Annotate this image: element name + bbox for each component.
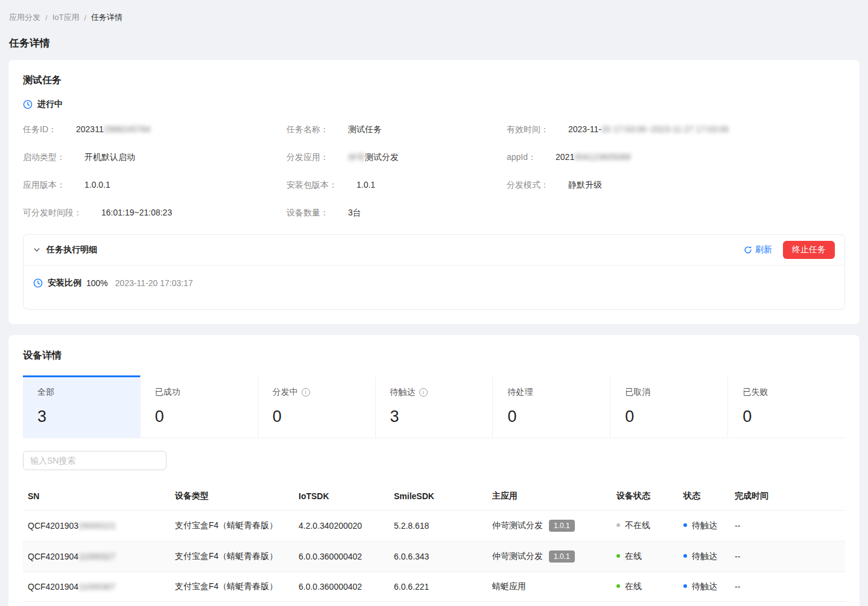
field-device-count: 设备数量： 3台 bbox=[287, 208, 507, 218]
cell-main-app: 仲苛测试分发1.0.1 bbox=[487, 541, 612, 572]
status-dot bbox=[616, 554, 620, 558]
cell-sn: QCF420190411000327 bbox=[23, 541, 170, 572]
tab-failed[interactable]: 已失败 0 bbox=[728, 375, 845, 438]
cell-finish-time: -- bbox=[730, 541, 845, 572]
install-ratio-value: 100% bbox=[86, 278, 108, 288]
breadcrumb: 应用分发 / IoT应用 / 任务详情 bbox=[8, 12, 860, 23]
tab-cancelled-count: 0 bbox=[625, 407, 713, 426]
tab-succeeded-count: 0 bbox=[155, 407, 243, 426]
table-row[interactable]: QCF420190411000327 支付宝盒F4（蜻蜓青春版） 6.0.0.3… bbox=[23, 541, 845, 572]
cell-status: 待触达 bbox=[679, 541, 730, 572]
col-header-finish-time: 完成时间 bbox=[730, 482, 845, 511]
field-dist-mode: 分发模式： 静默升级 bbox=[507, 180, 845, 191]
col-header-iotsdk: IoTSDK bbox=[294, 482, 389, 511]
breadcrumb-separator: / bbox=[84, 13, 86, 22]
cell-device-status: 在线 bbox=[612, 572, 679, 602]
task-title: 测试任务 bbox=[23, 74, 845, 87]
redacted-text: 29000221 bbox=[78, 521, 116, 531]
refresh-button[interactable]: 刷新 bbox=[744, 244, 772, 255]
exec-detail-body: 安装比例 100% 2023-11-20 17:03:17 bbox=[24, 266, 844, 309]
app-version-badge: 1.0.1 bbox=[549, 520, 575, 532]
cell-iotsdk: 6.0.0.360000402 bbox=[294, 572, 389, 602]
cell-device-status: 在线 bbox=[612, 541, 679, 572]
sn-search-input[interactable] bbox=[23, 451, 166, 470]
status-dot bbox=[616, 584, 620, 588]
status-dot bbox=[683, 584, 687, 588]
chevron-down-icon bbox=[33, 246, 40, 254]
redacted-text: 2988245784 bbox=[104, 124, 151, 134]
field-dist-app: 分发应用： 仲苛测试分发 bbox=[287, 152, 507, 163]
redacted-text: 20 17:03:06~2023-11-27 17:03:06 bbox=[601, 124, 729, 134]
task-fields: 任务ID： 2023112988245784 任务名称： 测试任务 有效时间： … bbox=[23, 124, 845, 218]
refresh-icon bbox=[744, 246, 752, 254]
col-header-device-type: 设备类型 bbox=[170, 482, 294, 511]
app-version-badge: 1.0.1 bbox=[549, 550, 575, 563]
info-icon[interactable]: i bbox=[302, 388, 310, 397]
col-header-main-app: 主应用 bbox=[487, 482, 612, 511]
table-row[interactable]: QCF420190411000367 支付宝盒F4（蜻蜓青春版） 6.0.0.3… bbox=[23, 572, 845, 602]
cell-device-status: 不在线 bbox=[612, 511, 679, 541]
status-dot bbox=[683, 554, 687, 558]
cell-smilesdk: 5.2.8.618 bbox=[389, 511, 487, 541]
tab-distributing[interactable]: 分发中i 0 bbox=[258, 375, 376, 438]
tab-distributing-count: 0 bbox=[273, 407, 361, 426]
cell-smilesdk: 6.0.6.221 bbox=[389, 572, 487, 602]
cell-smilesdk: 6.0.6.343 bbox=[389, 541, 487, 572]
clock-icon bbox=[23, 100, 33, 109]
field-task-id: 任务ID： 2023112988245784 bbox=[23, 124, 287, 135]
exec-detail-title: 任务执行明细 bbox=[46, 244, 97, 255]
tab-pending[interactable]: 待处理 0 bbox=[493, 375, 610, 438]
cell-iotsdk: 4.2.0.340200020 bbox=[294, 511, 389, 541]
tab-to-reach-count: 3 bbox=[390, 407, 478, 426]
cell-status: 待触达 bbox=[679, 511, 730, 541]
table-row[interactable]: QCF420190329000221 支付宝盒F4（蜻蜓青春版） 4.2.0.3… bbox=[23, 511, 845, 541]
page-title: 任务详情 bbox=[8, 36, 860, 50]
tab-all-count: 3 bbox=[37, 407, 125, 426]
redacted-text: 仲苛 bbox=[348, 152, 365, 162]
cell-device-type: 支付宝盒F4（蜻蜓青春版） bbox=[170, 572, 294, 602]
exec-detail-box: 任务执行明细 刷新 终止任务 安装比例 100% 2023- bbox=[23, 234, 845, 310]
breadcrumb-separator: / bbox=[45, 13, 48, 22]
device-detail-card: 设备详情 全部 3 已成功 0 分发中i 0 待触达i 3 待处理 0 bbox=[8, 335, 860, 606]
status-dot bbox=[616, 523, 620, 527]
tab-failed-count: 0 bbox=[743, 407, 831, 426]
tab-to-reach[interactable]: 待触达i 3 bbox=[376, 375, 493, 438]
cell-iotsdk: 6.0.0.360000402 bbox=[294, 541, 389, 572]
col-header-smilesdk: SmileSDK bbox=[389, 482, 487, 511]
field-app-version: 应用版本： 1.0.0.1 bbox=[23, 180, 287, 191]
breadcrumb-iot-app[interactable]: IoT应用 bbox=[52, 12, 80, 23]
redacted-text: 11000367 bbox=[78, 582, 115, 592]
clock-icon bbox=[33, 278, 43, 288]
status-dot bbox=[683, 523, 687, 527]
redacted-text: 004123605089 bbox=[574, 152, 630, 162]
terminate-task-button[interactable]: 终止任务 bbox=[783, 241, 835, 259]
breadcrumb-app-distribution[interactable]: 应用分发 bbox=[9, 12, 40, 23]
tab-cancelled[interactable]: 已取消 0 bbox=[610, 375, 728, 438]
task-status-row: 进行中 bbox=[23, 99, 845, 110]
col-header-device-status: 设备状态 bbox=[612, 482, 679, 511]
exec-detail-header[interactable]: 任务执行明细 刷新 终止任务 bbox=[24, 235, 844, 266]
cell-finish-time: -- bbox=[730, 572, 845, 602]
task-detail-card: 测试任务 进行中 任务ID： 2023112988245784 任务名称： 测试… bbox=[8, 60, 860, 324]
field-task-name: 任务名称： 测试任务 bbox=[287, 124, 507, 135]
task-status-text: 进行中 bbox=[37, 99, 63, 110]
field-app-id: appId： 2021004123605089 bbox=[507, 152, 845, 163]
cell-status: 待触达 bbox=[679, 572, 730, 602]
cell-main-app: 仲苛测试分发1.0.1 bbox=[487, 511, 612, 541]
cell-sn: QCF420190411000367 bbox=[23, 572, 170, 602]
install-ratio-time: 2023-11-20 17:03:17 bbox=[115, 278, 193, 288]
install-ratio-label: 安装比例 bbox=[48, 278, 81, 289]
tab-succeeded[interactable]: 已成功 0 bbox=[141, 375, 258, 438]
cell-device-type: 支付宝盒F4（蜻蜓青春版） bbox=[170, 541, 294, 572]
tab-all[interactable]: 全部 3 bbox=[23, 375, 141, 438]
table-header-row: SN 设备类型 IoTSDK SmileSDK 主应用 设备状态 状态 完成时间 bbox=[23, 482, 845, 511]
page: 应用分发 / IoT应用 / 任务详情 任务详情 测试任务 进行中 任务ID： … bbox=[0, 0, 868, 606]
device-detail-title: 设备详情 bbox=[23, 349, 845, 362]
device-table: SN 设备类型 IoTSDK SmileSDK 主应用 设备状态 状态 完成时间… bbox=[23, 482, 845, 602]
tab-pending-count: 0 bbox=[507, 407, 595, 426]
breadcrumb-task-detail: 任务详情 bbox=[91, 12, 122, 23]
info-icon[interactable]: i bbox=[419, 388, 428, 397]
cell-finish-time: -- bbox=[730, 511, 845, 541]
cell-sn: QCF420190329000221 bbox=[23, 511, 170, 541]
cell-main-app: 蜻蜓应用 bbox=[487, 572, 612, 602]
